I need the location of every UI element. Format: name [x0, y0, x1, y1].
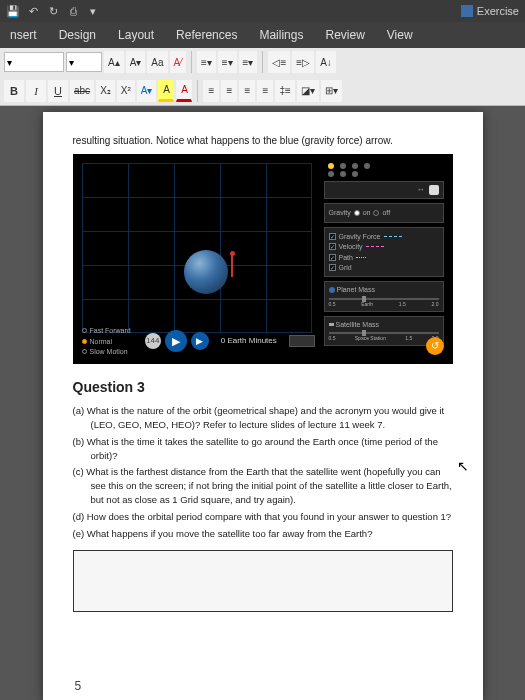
- tab-review[interactable]: Review: [323, 24, 366, 46]
- fast-radio[interactable]: [82, 328, 87, 333]
- sm-min: 0.5: [329, 335, 336, 342]
- page-number: 5: [75, 678, 82, 694]
- gravity-force-checkbox[interactable]: [329, 233, 336, 240]
- justify-button[interactable]: ≡: [257, 80, 273, 102]
- reset-button[interactable]: ↺: [426, 337, 444, 355]
- numbering-button[interactable]: ≡▾: [218, 51, 237, 73]
- pm-min: 0.5: [329, 301, 336, 308]
- separator: [197, 80, 198, 102]
- step-forward-button[interactable]: ▶: [191, 332, 209, 350]
- gravity-off-label: off: [382, 208, 390, 217]
- document-icon: [461, 5, 473, 17]
- tab-view[interactable]: View: [385, 24, 415, 46]
- line-spacing-button[interactable]: ‡≡: [275, 80, 294, 102]
- tab-references[interactable]: References: [174, 24, 239, 46]
- question-item-c: (c) What is the farthest distance from t…: [73, 465, 453, 506]
- path-legend-icon: [356, 257, 366, 258]
- question-list: (a) What is the nature of the orbit (geo…: [73, 404, 453, 540]
- borders-button[interactable]: ⊞▾: [321, 80, 342, 102]
- align-center-button[interactable]: ≡: [221, 80, 237, 102]
- tab-design[interactable]: Design: [57, 24, 98, 46]
- increase-indent-button[interactable]: ≡▷: [292, 51, 314, 73]
- save-icon[interactable]: 💾: [6, 4, 20, 18]
- qa-dropdown-icon[interactable]: ▾: [86, 4, 100, 18]
- align-left-button[interactable]: ≡: [203, 80, 219, 102]
- path-checkbox[interactable]: [329, 254, 336, 261]
- path-label: Path: [339, 253, 353, 262]
- time-counter: [289, 335, 315, 347]
- step-back-button[interactable]: 144: [145, 333, 161, 349]
- mode6-icon[interactable]: [340, 171, 346, 177]
- app-window: 💾 ↶ ↻ ⎙ ▾ Exercise nsert Design Layout R…: [0, 0, 525, 700]
- sim-mode-icons-2: [324, 171, 444, 177]
- tape-measure-icon[interactable]: ↔: [417, 185, 425, 196]
- italic-button[interactable]: I: [26, 80, 46, 102]
- planet-mass-slider[interactable]: [329, 298, 439, 300]
- shading-button[interactable]: ◪▾: [297, 80, 319, 102]
- gravity-off-radio[interactable]: [373, 210, 379, 216]
- sm-15: 1.5: [405, 335, 412, 342]
- highlight-button[interactable]: A: [158, 80, 174, 102]
- strikethrough-button[interactable]: abc: [70, 80, 94, 102]
- sim-playback-controls: Fast Forward Normal Slow Motion 144 ▶ ▶ …: [82, 326, 315, 356]
- velocity-checkbox[interactable]: [329, 243, 336, 250]
- document-page: resulting situation. Notice what happens…: [43, 112, 483, 700]
- subscript-button[interactable]: X₂: [96, 80, 115, 102]
- sort-button[interactable]: A↓: [316, 51, 336, 73]
- sim-options-panel: ↔ Gravity on off Gravity Force: [324, 163, 444, 350]
- clear-formatting-button[interactable]: A⁄: [170, 51, 186, 73]
- titlebar-right: Exercise: [461, 5, 519, 17]
- align-right-button[interactable]: ≡: [239, 80, 255, 102]
- answer-textbox[interactable]: [73, 550, 453, 612]
- return-object-icon[interactable]: [429, 185, 439, 195]
- ribbon: ▾ ▾ A▴ A▾ Aa A⁄ ≡▾ ≡▾ ≡▾ ◁≡ ≡▷ A↓ B I U …: [0, 48, 525, 106]
- grow-font-button[interactable]: A▴: [104, 51, 124, 73]
- tab-insert[interactable]: nsert: [8, 24, 39, 46]
- slow-label: Slow Motion: [90, 347, 128, 356]
- multilevel-button[interactable]: ≡▾: [239, 51, 258, 73]
- repeat-icon[interactable]: ↻: [46, 4, 60, 18]
- planet-mass-icon: [329, 287, 335, 293]
- shrink-font-button[interactable]: A▾: [126, 51, 146, 73]
- superscript-button[interactable]: X²: [117, 80, 135, 102]
- tab-mailings[interactable]: Mailings: [257, 24, 305, 46]
- sat-mass-slider[interactable]: [329, 332, 439, 334]
- ribbon-row-2: B I U abc X₂ X² A▾ A A ≡ ≡ ≡ ≡ ‡≡ ◪▾ ⊞▾: [0, 77, 525, 106]
- mode2-icon[interactable]: [340, 163, 346, 169]
- earth-icon: [184, 250, 228, 294]
- slow-radio[interactable]: [82, 349, 87, 354]
- tab-layout[interactable]: Layout: [116, 24, 156, 46]
- mode3-icon[interactable]: [352, 163, 358, 169]
- grid-checkbox[interactable]: [329, 264, 336, 271]
- mode4-icon[interactable]: [364, 163, 370, 169]
- pm-15: 1.5: [399, 301, 406, 308]
- titlebar: 💾 ↶ ↻ ⎙ ▾ Exercise: [0, 0, 525, 22]
- sat-mass-label: Satellite Mass: [336, 320, 380, 329]
- underline-button[interactable]: U: [48, 80, 68, 102]
- sun-mode-icon[interactable]: [328, 163, 334, 169]
- decrease-indent-button[interactable]: ◁≡: [268, 51, 290, 73]
- question-heading: Question 3: [73, 378, 453, 397]
- gravity-arrow-icon: [231, 255, 233, 277]
- bullets-button[interactable]: ≡▾: [197, 51, 216, 73]
- play-group: 144 ▶ ▶: [145, 330, 209, 352]
- text-effects-button[interactable]: A▾: [137, 80, 157, 102]
- mode7-icon[interactable]: [352, 171, 358, 177]
- simulation-panel: ↔ Gravity on off Gravity Force: [73, 154, 453, 364]
- mode5-icon[interactable]: [328, 171, 334, 177]
- question-item-a: (a) What is the nature of the orbit (geo…: [73, 404, 453, 432]
- font-name-combo[interactable]: ▾: [4, 52, 64, 72]
- normal-radio[interactable]: [82, 339, 87, 344]
- change-case-button[interactable]: Aa: [147, 51, 167, 73]
- document-title: Exercise: [477, 5, 519, 17]
- page-area[interactable]: resulting situation. Notice what happens…: [0, 106, 525, 700]
- play-button[interactable]: ▶: [165, 330, 187, 352]
- print-icon[interactable]: ⎙: [66, 4, 80, 18]
- bold-button[interactable]: B: [4, 80, 24, 102]
- font-color-button[interactable]: A: [176, 80, 192, 102]
- fast-label: Fast Forward: [90, 326, 131, 335]
- font-size-combo[interactable]: ▾: [66, 52, 102, 72]
- question-item-e: (e) What happens if you move the satelli…: [73, 527, 453, 541]
- undo-icon[interactable]: ↶: [26, 4, 40, 18]
- gravity-on-radio[interactable]: [354, 210, 360, 216]
